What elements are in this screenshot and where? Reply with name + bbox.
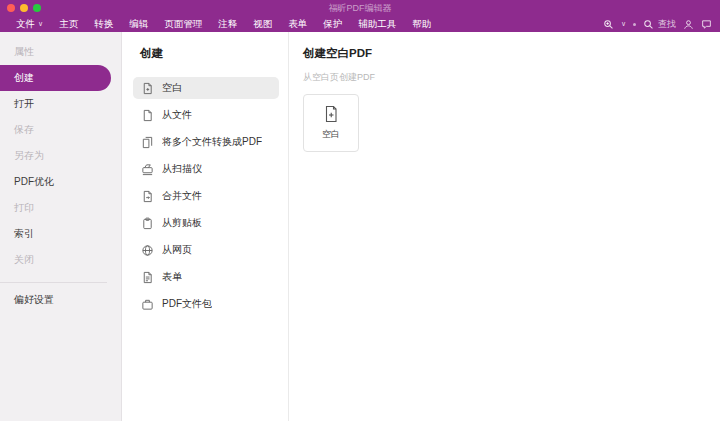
create-item-pdf-portfolio[interactable]: PDF文件包 [133,293,279,315]
form-icon [141,271,154,284]
chevron-down-icon: ∨ [38,16,43,32]
menu-form[interactable]: 表单 [280,16,315,32]
menu-help[interactable]: 帮助 [404,16,439,32]
create-item-label: 将多个文件转换成PDF [162,135,262,149]
create-item-label: 空白 [162,81,182,95]
chat-icon[interactable] [701,19,712,30]
create-item-from-scanner[interactable]: 从扫描仪 [133,158,279,180]
zoom-window-button[interactable] [33,4,41,12]
portfolio-icon [141,298,154,311]
zoom-tools-icon[interactable] [603,19,614,30]
menu-edit[interactable]: 编辑 [121,16,156,32]
detail-panel: 创建空白PDF 从空白页创建PDF 空白 [289,32,720,421]
menu-page-management[interactable]: 页面管理 [156,16,210,32]
create-item-label: 从网页 [162,243,192,257]
create-item-multiple-files[interactable]: 将多个文件转换成PDF [133,131,279,153]
menu-convert[interactable]: 转换 [86,16,121,32]
chevron-down-icon[interactable]: ∨ [621,20,626,28]
sidebar: 属性 创建 打开 保存 另存为 PDF优化 打印 索引 关闭 偏好设置 [0,32,122,421]
blank-pdf-card[interactable]: 空白 [303,94,359,152]
menubar-right-tools: ∨ 查找 [603,18,712,31]
backstage-view: 属性 创建 打开 保存 另存为 PDF优化 打印 索引 关闭 偏好设置 创建 空… [0,32,720,421]
detail-panel-subtitle: 从空白页创建PDF [303,71,720,84]
create-item-label: PDF文件包 [162,297,212,311]
multiple-files-icon [141,136,154,149]
separator-dot [633,23,636,26]
titlebar: 福昕PDF编辑器 [0,0,720,16]
create-panel: 创建 空白 从文件 [122,32,289,421]
menu-comment[interactable]: 注释 [210,16,245,32]
sidebar-item-close: 关闭 [0,247,121,273]
sidebar-item-preferences[interactable]: 偏好设置 [0,287,121,313]
menu-home[interactable]: 主页 [51,16,86,32]
blank-doc-icon [141,82,154,95]
create-item-from-clipboard[interactable]: 从剪贴板 [133,212,279,234]
file-icon [141,109,154,122]
blank-pdf-card-label: 空白 [322,128,340,141]
combine-files-icon [141,190,154,203]
sidebar-item-save-as: 另存为 [0,143,121,169]
web-icon [141,244,154,257]
window-title: 福昕PDF编辑器 [0,0,720,16]
sidebar-divider [0,282,107,283]
menu-protect[interactable]: 保护 [315,16,350,32]
search-icon[interactable] [643,19,654,30]
detail-panel-title: 创建空白PDF [303,46,720,61]
sidebar-item-save: 保存 [0,117,121,143]
create-item-label: 合并文件 [162,189,202,203]
sidebar-item-print: 打印 [0,195,121,221]
create-item-combine-files[interactable]: 合并文件 [133,185,279,207]
create-item-from-web-page[interactable]: 从网页 [133,239,279,261]
sidebar-item-open[interactable]: 打开 [0,91,121,117]
close-window-button[interactable] [7,4,15,12]
create-item-label: 从文件 [162,108,192,122]
create-item-label: 从剪贴板 [162,216,202,230]
minimize-window-button[interactable] [20,4,28,12]
find-field-label[interactable]: 查找 [658,18,676,31]
menu-file-label: 文件 [16,16,35,32]
sidebar-item-index[interactable]: 索引 [0,221,121,247]
sidebar-item-properties: 属性 [0,39,121,65]
menu-accessibility[interactable]: 辅助工具 [350,16,404,32]
traffic-lights [7,4,41,12]
create-item-label: 从扫描仪 [162,162,202,176]
clipboard-icon [141,217,154,230]
menu-file[interactable]: 文件 ∨ [8,16,51,32]
menu-view[interactable]: 视图 [245,16,280,32]
create-item-form[interactable]: 表单 [133,266,279,288]
menubar: 文件 ∨ 主页 转换 编辑 页面管理 注释 视图 表单 保护 辅助工具 帮助 ∨… [0,16,720,32]
sidebar-item-pdf-optimize[interactable]: PDF优化 [0,169,121,195]
create-list: 空白 从文件 将多个文件转换成PDF [133,77,288,315]
create-item-from-file[interactable]: 从文件 [133,104,279,126]
create-item-blank[interactable]: 空白 [133,77,279,99]
sidebar-item-create[interactable]: 创建 [0,65,111,91]
scanner-icon [141,163,154,176]
create-panel-title: 创建 [140,46,288,61]
create-item-label: 表单 [162,270,182,284]
account-icon[interactable] [683,19,694,30]
new-blank-doc-icon [322,105,340,123]
